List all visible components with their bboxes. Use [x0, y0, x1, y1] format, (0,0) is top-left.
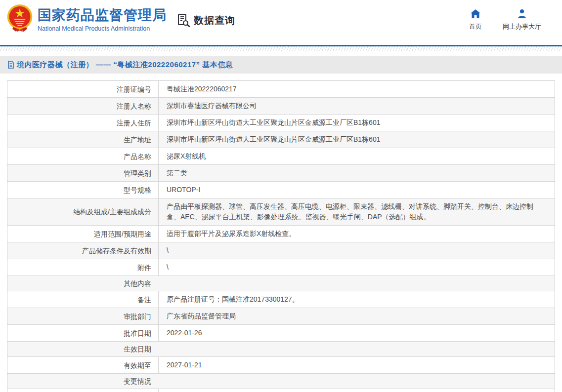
- page-title: 境内医疗器械（注册） —— “粤械注准20222060217” 基本信息: [17, 60, 233, 70]
- data-query-label: 数据查询: [194, 14, 235, 27]
- page-header: 国家药品监督管理局 National Medical Products Admi…: [0, 0, 562, 45]
- spacer: [0, 51, 562, 56]
- table-row-note: 注 详情: [7, 389, 555, 392]
- hatch-stripe-band: [0, 46, 562, 51]
- row-value: 深圳市坪山新区坪山街道大工业区聚龙山片区金威源工业厂区B1栋601: [158, 131, 555, 148]
- row-label: 其他内容: [7, 276, 158, 291]
- breadcrumb-bar: 境内医疗器械（注册） —— “粤械注准20222060217” 基本信息: [0, 56, 562, 74]
- table-row-remarks: 备注 原产品注册证号：国械注准20173300127。: [7, 291, 555, 308]
- nav-item-home[interactable]: 首页: [469, 9, 482, 31]
- nmpa-logo-link[interactable]: [5, 4, 35, 33]
- row-value: [158, 342, 555, 356]
- data-query-tab[interactable]: 数据查询: [177, 13, 235, 27]
- header-nav: 首页 网上办事大厅: [469, 9, 541, 31]
- table-row-product-name: 产品名称 泌尿X射线机: [7, 148, 555, 165]
- row-value: UROTOP-I: [158, 182, 555, 198]
- row-label: 注册人名称: [7, 98, 158, 114]
- registration-info-table: 注册证编号 粤械注准20222060217 注册人名称 深圳市睿迪医疗器械有限公…: [7, 80, 555, 392]
- document-icon: [7, 61, 14, 69]
- national-emblem-icon: [5, 4, 35, 33]
- row-label: 注: [7, 389, 158, 392]
- row-label: 产品储存条件及有效期: [7, 242, 158, 259]
- row-value: 第二类: [158, 165, 555, 181]
- row-label: 适用范围/预期用途: [7, 226, 158, 242]
- row-label: 审批部门: [7, 308, 158, 324]
- row-label: 注册证编号: [7, 81, 158, 97]
- table-row-other-content: 其他内容: [7, 276, 555, 291]
- row-value: [158, 276, 555, 291]
- row-value: 粤械注准20222060217: [158, 81, 555, 97]
- row-value: 原产品注册证号：国械注准20173300127。: [158, 291, 555, 308]
- row-value: \: [158, 259, 555, 275]
- row-label: 管理类别: [7, 165, 158, 181]
- row-label: 生产地址: [7, 131, 158, 148]
- row-label: 有效期至: [7, 357, 158, 373]
- table-row-change-status: 变更情况: [7, 374, 555, 389]
- table-row-attachment: 附件 \: [7, 259, 555, 276]
- table-row-approval-department: 审批部门 广东省药品监督管理局: [7, 308, 555, 325]
- table-row-intended-use: 适用范围/预期用途 适用于腹部平片及泌尿系造影X射线检查。: [7, 226, 555, 242]
- row-value: 广东省药品监督管理局: [158, 308, 555, 324]
- table-row-management-class: 管理类别 第二类: [7, 165, 555, 182]
- org-title-block: 国家药品监督管理局 National Medical Products Admi…: [38, 7, 167, 32]
- row-label: 结构及组成/主要组成成分: [7, 198, 158, 225]
- row-label: 变更情况: [7, 374, 158, 389]
- row-value: 深圳市坪山新区坪山街道大工业区聚龙山片区金威源工业厂区B1栋601: [158, 115, 555, 131]
- row-value: 深圳市睿迪医疗器械有限公司: [158, 98, 555, 114]
- nav-hall-label: 网上办事大厅: [503, 22, 541, 31]
- table-row-approval-date: 批准日期 2022-01-26: [7, 325, 555, 342]
- nav-item-service-hall[interactable]: 网上办事大厅: [503, 9, 541, 31]
- row-value: [158, 374, 555, 389]
- nav-home-label: 首页: [469, 22, 482, 31]
- main-content: 注册证编号 粤械注准20222060217 注册人名称 深圳市睿迪医疗器械有限公…: [0, 74, 562, 392]
- row-value: 产品由平板探测器、球管、高压发生器、高压电缆、电源柜、限束器、滤线栅、对讲系统、…: [158, 198, 555, 225]
- table-row-model-spec: 型号规格 UROTOP-I: [7, 182, 555, 198]
- table-row-effective-date: 生效日期: [7, 342, 555, 357]
- row-value: 详情: [158, 389, 555, 392]
- document-search-icon: [177, 13, 191, 27]
- row-label: 附件: [7, 259, 158, 275]
- table-row-reg-cert-no: 注册证编号 粤械注准20222060217: [7, 81, 555, 98]
- row-value: 泌尿X射线机: [158, 148, 555, 164]
- table-row-production-address: 生产地址 深圳市坪山新区坪山街道大工业区聚龙山片区金威源工业厂区B1栋601: [7, 131, 555, 148]
- home-icon: [470, 9, 481, 19]
- table-row-storage-conditions: 产品储存条件及有效期 \: [7, 242, 555, 259]
- row-label: 注册人住所: [7, 115, 158, 131]
- row-value: 2022-01-26: [158, 325, 555, 341]
- row-label: 型号规格: [7, 182, 158, 198]
- row-label: 生效日期: [7, 342, 158, 356]
- row-value: \: [158, 242, 555, 259]
- row-label: 产品名称: [7, 148, 158, 164]
- row-value: 适用于腹部平片及泌尿系造影X射线检查。: [158, 226, 555, 242]
- org-name-en: National Medical Products Administration: [38, 25, 167, 32]
- row-label: 备注: [7, 291, 158, 308]
- org-name-cn: 国家药品监督管理局: [38, 7, 167, 23]
- table-row-structure-composition: 结构及组成/主要组成成分 产品由平板探测器、球管、高压发生器、高压电缆、电源柜、…: [7, 198, 555, 226]
- table-row-registrant-address: 注册人住所 深圳市坪山新区坪山街道大工业区聚龙山片区金威源工业厂区B1栋601: [7, 115, 555, 131]
- user-icon: [517, 9, 527, 19]
- table-row-registrant-name: 注册人名称 深圳市睿迪医疗器械有限公司: [7, 98, 555, 115]
- table-row-valid-until: 有效期至 2027-01-21: [7, 357, 555, 374]
- row-value: 2027-01-21: [158, 357, 555, 373]
- row-label: 批准日期: [7, 325, 158, 341]
